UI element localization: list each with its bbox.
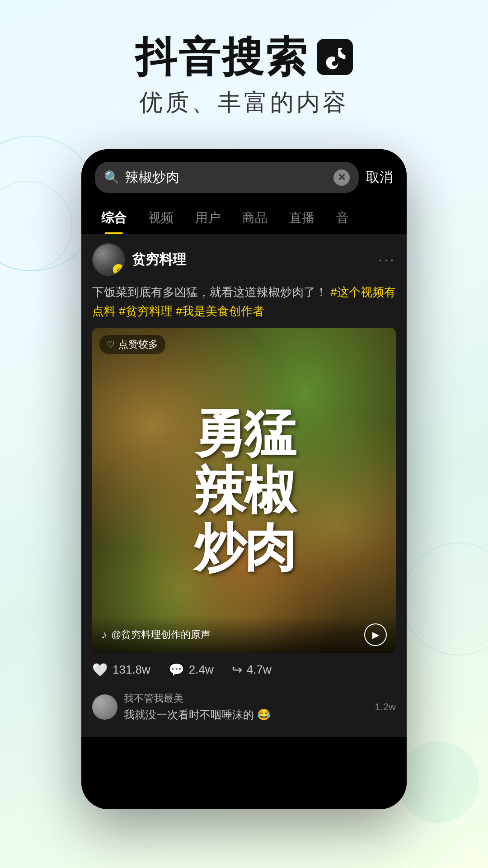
tab-商品[interactable]: 商品 <box>231 202 278 234</box>
tab-直播[interactable]: 直播 <box>278 202 325 234</box>
comments-count[interactable]: 💬 2.4w <box>169 662 214 677</box>
app-subtitle: 优质、丰富的内容 <box>0 87 488 118</box>
likes-badge-text: 点赞较多 <box>118 338 158 351</box>
tab-用户[interactable]: 用户 <box>184 202 231 234</box>
comment-row: 我不管我最美 我就没一次看时不咽唾沫的 😂 1.2w <box>92 686 396 728</box>
share-icon: ↪ <box>232 662 242 677</box>
search-query: 辣椒炒肉 <box>125 168 328 187</box>
tab-音乐[interactable]: 音 <box>325 202 360 234</box>
user-row: ✓ 贫穷料理 ··· <box>92 243 396 276</box>
cancel-button[interactable]: 取消 <box>366 168 393 187</box>
shares-count[interactable]: ↪ 4.7w <box>232 662 272 677</box>
content-area: ✓ 贫穷料理 ··· 下饭菜到底有多凶猛，就看这道辣椒炒肉了！ #这个视频有点料… <box>81 234 407 737</box>
comment-icon: 💬 <box>169 662 184 677</box>
likes-badge: ♡ 点赞较多 <box>99 335 165 354</box>
search-icon: 🔍 <box>104 170 120 185</box>
comments-number: 2.4w <box>189 663 214 677</box>
heart-icon: ♡ <box>107 339 115 350</box>
tabs-bar: 综合 视频 用户 商品 直播 音 <box>81 202 407 234</box>
tab-综合[interactable]: 综合 <box>90 202 137 234</box>
play-button[interactable]: ▶ <box>364 623 387 646</box>
header: 抖音搜索 优质、丰富的内容 <box>0 0 488 137</box>
user-info: ✓ 贫穷料理 <box>92 243 186 276</box>
more-options-button[interactable]: ··· <box>378 251 396 268</box>
bg-decoration-4 <box>398 741 479 823</box>
phone-screen: 🔍 辣椒炒肉 ✕ 取消 综合 视频 用户 商品 直播 音 <box>81 149 407 809</box>
post-body-text: 下饭菜到底有多凶猛，就看这道辣椒炒肉了！ <box>92 285 327 299</box>
username[interactable]: 贫穷料理 <box>132 250 186 269</box>
phone-frame: 🔍 辣椒炒肉 ✕ 取消 综合 视频 用户 商品 直播 音 <box>81 149 407 809</box>
food-text-overlay: 勇猛辣椒炒肉 <box>92 328 396 653</box>
phone-mockup: 🔍 辣椒炒肉 ✕ 取消 综合 视频 用户 商品 直播 音 <box>81 149 407 827</box>
likes-count[interactable]: 🤍 131.8w <box>92 662 150 677</box>
video-thumbnail[interactable]: 勇猛辣椒炒肉 ♡ 点赞较多 ♪ @贫穷料理创作的原声 ▶ <box>92 328 396 653</box>
search-input-wrap[interactable]: 🔍 辣椒炒肉 ✕ <box>95 162 359 193</box>
shares-number: 4.7w <box>247 663 272 677</box>
hashtag-2[interactable]: #贫穷料理 <box>119 304 172 318</box>
commenter-avatar <box>92 694 117 720</box>
comment-body: 我就没一次看时不咽唾沫的 😂 <box>124 707 369 722</box>
food-calligraphy-text: 勇猛辣椒炒肉 <box>194 405 294 576</box>
music-text: @贫穷料理创作的原声 <box>111 628 211 642</box>
clear-button[interactable]: ✕ <box>333 170 350 186</box>
verified-badge: ✓ <box>113 264 124 275</box>
search-bar: 🔍 辣椒炒肉 ✕ 取消 <box>81 149 407 202</box>
engagement-row: 🤍 131.8w 💬 2.4w ↪ 4.7w <box>92 662 396 677</box>
user-avatar[interactable]: ✓ <box>92 243 125 276</box>
music-note-icon: ♪ <box>101 628 107 641</box>
video-bottom-bar: ♪ @贫穷料理创作的原声 ▶ <box>92 616 396 653</box>
food-visual: 勇猛辣椒炒肉 ♡ 点赞较多 <box>92 328 396 653</box>
comment-likes: 1.2w <box>375 701 396 713</box>
app-title: 抖音搜索 <box>135 36 309 78</box>
likes-number: 131.8w <box>113 663 150 677</box>
like-icon: 🤍 <box>92 662 108 677</box>
tiktok-logo-icon <box>317 39 353 75</box>
comment-content: 我不管我最美 我就没一次看时不咽唾沫的 😂 <box>124 692 369 722</box>
bg-decoration-3 <box>402 542 488 656</box>
music-info: ♪ @贫穷料理创作的原声 <box>101 628 211 642</box>
post-text: 下饭菜到底有多凶猛，就看这道辣椒炒肉了！ #这个视频有点料 #贫穷料理 #我是美… <box>92 283 396 321</box>
title-row: 抖音搜索 <box>0 36 488 78</box>
tab-视频[interactable]: 视频 <box>137 202 184 234</box>
hashtag-3[interactable]: #我是美食创作者 <box>176 304 264 318</box>
commenter-name[interactable]: 我不管我最美 <box>124 692 369 705</box>
